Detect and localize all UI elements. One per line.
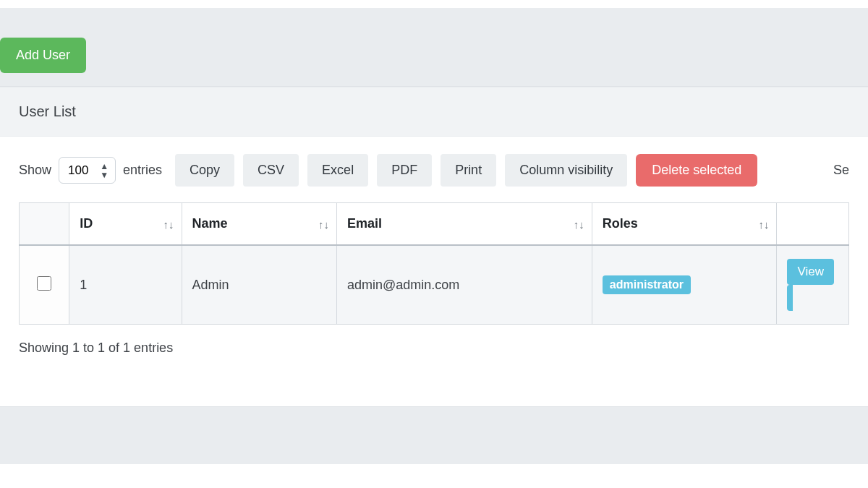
- excel-button[interactable]: Excel: [307, 154, 368, 187]
- table-info: Showing 1 to 1 of 1 entries: [19, 341, 849, 356]
- csv-button[interactable]: CSV: [243, 154, 299, 187]
- add-user-button[interactable]: Add User: [0, 38, 86, 73]
- role-badge: administrator: [603, 275, 691, 294]
- view-button[interactable]: View: [787, 259, 834, 285]
- sort-icon: ↑↓: [318, 218, 329, 230]
- header-roles[interactable]: Roles ↑↓: [592, 203, 777, 246]
- export-button-group: Copy CSV Excel PDF Print Column visibili…: [175, 154, 757, 187]
- copy-button[interactable]: Copy: [175, 154, 234, 187]
- row-checkbox-cell: [20, 245, 69, 325]
- header-actions: [777, 203, 849, 246]
- header-email[interactable]: Email ↑↓: [336, 203, 592, 246]
- cell-email: admin@admin.com: [336, 245, 592, 325]
- length-control: Show 100 ▲▼ entries: [19, 157, 162, 184]
- header-roles-label: Roles: [603, 216, 638, 231]
- sort-icon: ↑↓: [163, 218, 174, 230]
- table-header-row: ID ↑↓ Name ↑↓ Email ↑↓ Roles ↑↓: [20, 203, 849, 246]
- page-actions-band: Add User: [0, 9, 868, 87]
- header-checkbox-col: [20, 203, 69, 246]
- delete-selected-button[interactable]: Delete selected: [636, 154, 757, 187]
- length-select[interactable]: 100: [59, 157, 116, 184]
- card-header: User List: [0, 87, 868, 137]
- table-controls: Show 100 ▲▼ entries Copy CSV Excel PDF P…: [19, 154, 849, 187]
- action-button-partial[interactable]: [787, 285, 793, 311]
- footer-band: [0, 406, 868, 464]
- card-body: Show 100 ▲▼ entries Copy CSV Excel PDF P…: [0, 137, 868, 385]
- length-show-label: Show: [19, 163, 51, 178]
- print-button[interactable]: Print: [441, 154, 496, 187]
- cell-roles: administrator: [592, 245, 777, 325]
- cell-id: 1: [69, 245, 182, 325]
- sort-icon: ↑↓: [574, 218, 584, 230]
- users-table: ID ↑↓ Name ↑↓ Email ↑↓ Roles ↑↓: [19, 202, 849, 325]
- cell-actions: View: [777, 245, 849, 325]
- cell-name: Admin: [182, 245, 336, 325]
- row-checkbox[interactable]: [37, 276, 51, 291]
- column-visibility-button[interactable]: Column visibility: [505, 154, 627, 187]
- card-title: User List: [19, 103, 849, 120]
- length-entries-label: entries: [123, 163, 162, 178]
- search-label-partial: Se: [833, 163, 849, 178]
- sort-icon: ↑↓: [758, 218, 769, 230]
- pdf-button[interactable]: PDF: [377, 154, 432, 187]
- header-id-label: ID: [80, 216, 93, 231]
- header-name-label: Name: [192, 216, 228, 231]
- header-email-label: Email: [347, 216, 382, 231]
- top-bar: [0, 0, 868, 9]
- header-name[interactable]: Name ↑↓: [182, 203, 336, 246]
- header-id[interactable]: ID ↑↓: [69, 203, 182, 246]
- table-row: 1 Admin admin@admin.com administrator Vi…: [20, 245, 849, 325]
